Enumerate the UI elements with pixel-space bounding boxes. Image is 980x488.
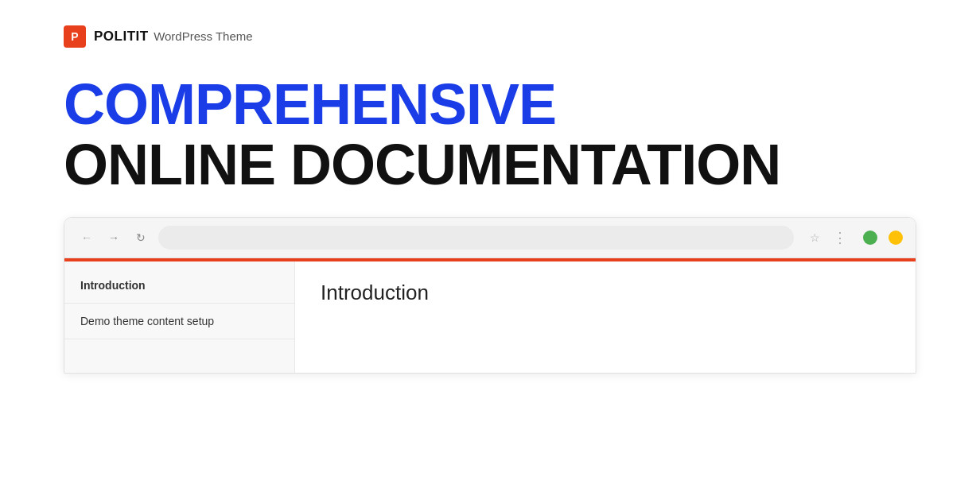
doc-page-title: Introduction — [321, 281, 890, 305]
sidebar-item-demo-theme[interactable]: Demo theme content setup — [64, 304, 294, 339]
brand-subtext: WordPress Theme — [154, 29, 253, 43]
hero-line1: COMPREHENSIVE — [64, 75, 916, 135]
hero-section: COMPREHENSIVE ONLINE DOCUMENTATION — [0, 67, 980, 217]
refresh-button[interactable]: ↻ — [131, 228, 150, 247]
hero-line2: ONLINE DOCUMENTATION — [64, 135, 916, 196]
logo-text-group: POLITIT WordPress Theme — [94, 29, 253, 45]
logo-icon: P — [64, 25, 86, 48]
brand-name: POLITIT — [94, 29, 149, 44]
sidebar-item-introduction[interactable]: Introduction — [64, 268, 294, 304]
status-dot-green — [863, 230, 877, 245]
browser-mockup: ← → ↻ ☆ ⋮ Introduction Demo theme conten… — [64, 217, 916, 374]
address-bar[interactable] — [158, 226, 794, 250]
bookmark-star-icon[interactable]: ☆ — [810, 231, 820, 244]
forward-button[interactable]: → — [104, 228, 123, 247]
logo-bar: P POLITIT WordPress Theme — [0, 0, 980, 67]
back-button[interactable]: ← — [77, 228, 96, 247]
doc-sidebar: Introduction Demo theme content setup — [64, 261, 295, 373]
status-dot-yellow — [889, 230, 903, 245]
doc-main-content: Introduction — [295, 261, 916, 373]
browser-menu-icon[interactable]: ⋮ — [833, 229, 849, 246]
browser-content: Introduction Demo theme content setup In… — [64, 261, 916, 373]
browser-toolbar: ← → ↻ ☆ ⋮ — [64, 218, 916, 258]
